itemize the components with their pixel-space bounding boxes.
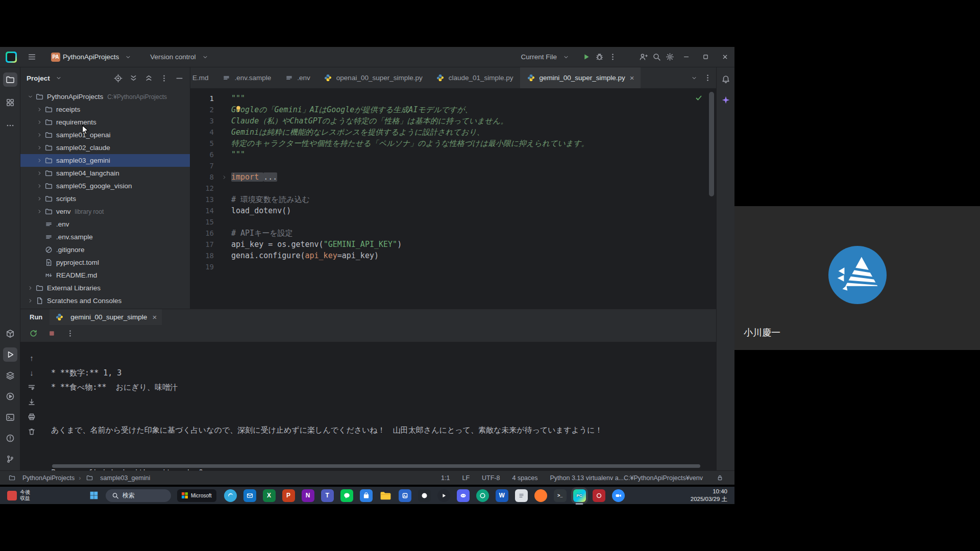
taskbar-app-file-explorer-icon[interactable]: [379, 489, 392, 502]
settings-gear-icon[interactable]: [663, 51, 676, 64]
tree-item-sample05-google-vision[interactable]: sample05_google_vision: [20, 180, 190, 192]
tree-item-pythonapiprojects[interactable]: PythonApiProjectsC:¥PythonApiProjects: [20, 90, 190, 103]
tree-item-scratches-and-consoles[interactable]: Scratches and Consoles: [20, 294, 190, 307]
taskbar-app-word-icon[interactable]: W: [496, 489, 508, 502]
maximize-button[interactable]: [696, 47, 715, 67]
taskbar-app-photos-icon[interactable]: [399, 489, 411, 502]
taskbar-app-zoom-icon[interactable]: [612, 489, 625, 502]
close-tab-icon[interactable]: ×: [630, 73, 634, 82]
tree-item-sample04-langchain[interactable]: sample04_langchain: [20, 167, 190, 180]
print-button[interactable]: [27, 412, 37, 422]
more-toolwindows-icon[interactable]: [3, 118, 17, 133]
taskbar-app-edge-icon[interactable]: [224, 489, 237, 502]
taskbar-clock[interactable]: 10:40 2025/03/29 土: [691, 488, 734, 503]
minimize-button[interactable]: [676, 47, 696, 67]
tree-item-pyproject-toml[interactable]: pyproject.toml: [20, 256, 190, 269]
tab-e-md[interactable]: E.md: [190, 67, 215, 88]
locate-file-icon[interactable]: [111, 71, 125, 85]
vcs-widget[interactable]: Version control: [146, 49, 215, 65]
taskbar-app-excel-icon[interactable]: X: [263, 489, 276, 502]
inspections-ok-icon[interactable]: [695, 94, 703, 102]
taskbar-app-microsoft-store-icon[interactable]: [360, 489, 373, 502]
run-toolwindow-icon[interactable]: [3, 347, 17, 362]
tab-env[interactable]: .env: [278, 67, 317, 88]
tree-item-gitignore[interactable]: .gitignore: [20, 243, 190, 256]
project-panel-title[interactable]: Project: [27, 74, 50, 82]
encoding[interactable]: UTF-8: [482, 474, 500, 482]
taskbar-app-windows-terminal-icon[interactable]: >_: [554, 489, 567, 502]
console-scrollbar[interactable]: [52, 464, 700, 468]
chevron-down-icon[interactable]: [52, 71, 65, 85]
taskbar-app-firefox-icon[interactable]: [534, 489, 547, 502]
python-packages-icon[interactable]: [3, 327, 17, 341]
close-icon[interactable]: ×: [152, 313, 157, 321]
ai-assistant-icon[interactable]: [719, 93, 733, 107]
taskbar-app-discord-icon[interactable]: [457, 489, 470, 502]
panel-options-icon[interactable]: [157, 71, 170, 85]
hide-panel-icon[interactable]: [173, 71, 186, 85]
project-selector[interactable]: PA PythonApiProjects: [47, 49, 138, 65]
editor-scrollbar[interactable]: [709, 92, 714, 196]
tab-claude-01-simple-py[interactable]: claude_01_simple.py: [429, 67, 520, 88]
up-arrow-button[interactable]: ↑: [27, 353, 37, 363]
rerun-button[interactable]: [27, 327, 40, 340]
python-console-icon[interactable]: [3, 389, 17, 404]
stop-button[interactable]: [45, 327, 58, 340]
console-options-icon[interactable]: [63, 327, 77, 340]
code-with-me-icon[interactable]: [636, 51, 650, 64]
interpreter[interactable]: Python 3.13 virtualenv a...C:¥PythonApiP…: [550, 474, 703, 482]
taskbar-app-github-desktop-icon[interactable]: [418, 489, 431, 502]
tab-gemini-00-super-simple-py[interactable]: gemini_00_super_simple.py×: [520, 67, 641, 88]
intention-bulb-icon[interactable]: [234, 105, 242, 113]
git-branch-icon[interactable]: [3, 452, 17, 466]
taskbar-app-pycharm-icon[interactable]: PC: [573, 489, 586, 502]
tree-item-readme-md[interactable]: README.md: [20, 269, 190, 282]
notifications-bell-icon[interactable]: [719, 72, 733, 87]
hidden-tabs-icon[interactable]: [688, 71, 701, 85]
close-window-button[interactable]: [715, 47, 734, 67]
breadcrumb-project[interactable]: PythonApiProjects: [22, 474, 75, 482]
tab-env-sample[interactable]: .env.sample: [215, 67, 278, 88]
tree-item-requirements[interactable]: requirements: [20, 116, 190, 129]
start-button[interactable]: [87, 489, 101, 502]
tab-options-icon[interactable]: [701, 71, 714, 85]
tree-item-env-sample[interactable]: .env.sample: [20, 231, 190, 243]
project-toolwindow-icon[interactable]: [3, 72, 17, 87]
expand-all-icon[interactable]: [127, 71, 140, 85]
breadcrumb-folder[interactable]: sample03_gemini: [100, 474, 150, 482]
services-icon[interactable]: [3, 368, 17, 383]
taskbar-app-teams-icon[interactable]: T: [321, 489, 334, 502]
tree-item-venv[interactable]: venvlibrary root: [20, 205, 190, 218]
taskbar-search[interactable]: 検索: [106, 489, 171, 502]
run-tab[interactable]: gemini_00_super_simple ×: [50, 309, 162, 325]
problems-icon[interactable]: [3, 431, 17, 445]
code-editor[interactable]: 1"""2Googleの「Gemini」AIはGoogleが提供する生成AIモデ…: [190, 89, 716, 309]
more-actions-icon[interactable]: [606, 51, 619, 64]
soft-wrap-button[interactable]: [27, 382, 37, 392]
taskbar-app-onenote-icon[interactable]: N: [302, 489, 314, 502]
caret-position[interactable]: 1:1: [441, 474, 450, 482]
terminal-icon[interactable]: [3, 410, 17, 424]
indent-setting[interactable]: 4 spaces: [512, 474, 537, 482]
tab-openai-00-super-simple-py[interactable]: openai_00_super_simple.py: [317, 67, 429, 88]
run-config-selector[interactable]: Current File: [517, 49, 576, 65]
taskbar-app-acrobat-icon[interactable]: [593, 489, 605, 502]
search-everywhere-icon[interactable]: [650, 51, 663, 64]
taskbar-app-media-player-icon[interactable]: [437, 489, 450, 502]
tree-item-sample02-claude[interactable]: sample02_claude: [20, 141, 190, 154]
scroll-to-end-button[interactable]: [27, 397, 37, 407]
clear-console-button[interactable]: [27, 427, 37, 437]
taskbar-app-line-icon[interactable]: [340, 489, 353, 502]
taskbar-app-chatgpt-icon[interactable]: [476, 489, 489, 502]
structure-toolwindow-icon[interactable]: [3, 95, 17, 110]
line-ending[interactable]: LF: [462, 474, 470, 482]
fold-chevron-icon[interactable]: [219, 171, 229, 183]
taskbar-app-outlook-icon[interactable]: [243, 489, 256, 502]
down-arrow-button[interactable]: ↓: [27, 367, 37, 378]
tree-item-receipts[interactable]: receipts: [20, 103, 190, 116]
main-menu-icon[interactable]: [25, 51, 38, 64]
lock-icon[interactable]: [715, 473, 724, 483]
collapse-all-icon[interactable]: [142, 71, 155, 85]
taskbar-app-powerpoint-icon[interactable]: P: [282, 489, 295, 502]
weather-widget[interactable]: 今後 収益: [0, 489, 30, 502]
